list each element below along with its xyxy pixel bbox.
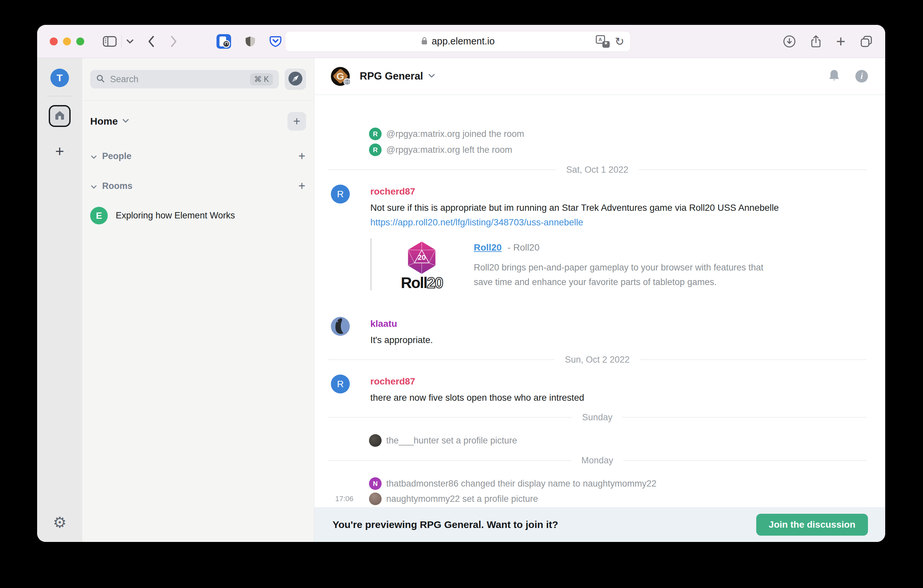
sender-avatar[interactable] [331, 317, 350, 336]
password-manager-extension-icon[interactable] [217, 34, 231, 49]
sender-name[interactable]: rocherd87 [370, 184, 885, 199]
shield-extension-icon[interactable] [245, 36, 256, 48]
address-bar[interactable]: app.element.io A* ↻ [286, 31, 630, 51]
room-list-sidebar: ⌘ K Home + People [82, 58, 314, 542]
back-button[interactable] [148, 36, 155, 47]
downloads-icon[interactable] [783, 35, 796, 48]
tab-overview-icon[interactable] [860, 35, 873, 48]
home-space-button[interactable] [49, 105, 71, 127]
member-avatar[interactable] [369, 493, 382, 505]
search-icon [96, 74, 105, 84]
event-text: @rpgya:matrix.org joined the room [386, 129, 524, 139]
room-list-item[interactable]: E Exploring how Element Works [82, 207, 314, 224]
event-text: @rpgya:matrix.org left the room [386, 145, 512, 155]
space-panel: T + ⚙ [37, 58, 82, 542]
section-rooms[interactable]: Rooms + [82, 179, 314, 193]
translate-icon[interactable]: A* [596, 35, 610, 48]
room-header-avatar[interactable]: G [331, 67, 350, 86]
date-separator: Sat, Oct 1 2022 [328, 162, 867, 177]
room-title[interactable]: RPG General [360, 70, 423, 82]
date-separator: Monday [328, 453, 867, 468]
member-avatar[interactable]: R [369, 143, 382, 156]
sidebar-menu-chevron-icon[interactable] [126, 39, 134, 44]
message-body: there are now five slots open those who … [370, 391, 780, 405]
sender-avatar[interactable]: R [331, 185, 350, 204]
message: klaatu It's appropriate. [314, 316, 885, 347]
message: R rocherd87 Not sure if this is appropri… [314, 184, 885, 230]
date-separator: Sun, Oct 2 2022 [328, 352, 867, 367]
settings-gear-icon[interactable]: ⚙ [53, 515, 66, 530]
share-icon[interactable] [810, 35, 821, 48]
minimize-window-button[interactable] [63, 38, 71, 45]
sidebar-divider [82, 100, 314, 101]
add-room-button[interactable]: + [298, 179, 305, 193]
message: R rocherd87 there are now five slots ope… [314, 374, 885, 405]
event-timestamp: 17:06 [314, 494, 353, 503]
close-window-button[interactable] [50, 38, 57, 45]
chevron-down-icon [91, 151, 97, 161]
create-space-button[interactable]: + [55, 142, 64, 160]
forward-button[interactable] [170, 36, 177, 47]
space-name-label[interactable]: Home [90, 116, 118, 127]
new-tab-icon[interactable]: + [836, 33, 846, 49]
sidebar-toggle-icon[interactable] [103, 36, 117, 47]
address-text: app.element.io [432, 36, 494, 47]
user-avatar[interactable]: T [50, 69, 69, 87]
section-people-label: People [102, 151, 131, 161]
section-rooms-label: Rooms [102, 181, 133, 191]
browser-toolbar: app.element.io A* ↻ + [37, 25, 885, 58]
sender-name[interactable]: klaatu [370, 316, 885, 332]
member-event: the___hunter set a profile picture [314, 433, 885, 448]
chevron-down-icon[interactable] [429, 73, 435, 79]
member-event: R @rpgya:matrix.org joined the room [314, 126, 885, 141]
member-event: 17:06 naughtymommy22 set a profile pictu… [314, 491, 885, 506]
member-event: N thatbadmonster86 changed their display… [314, 476, 885, 491]
globe-badge-icon [343, 78, 351, 87]
reload-icon[interactable]: ↻ [615, 36, 625, 47]
explore-rooms-button[interactable] [285, 69, 306, 90]
date-separator: Sunday [328, 410, 867, 425]
traffic-lights [50, 38, 84, 45]
message-body: Not sure if this is appropriate but im r… [370, 200, 780, 230]
member-avatar[interactable]: R [369, 128, 382, 140]
message-link[interactable]: https://app.roll20.net/lfg/listing/34870… [370, 217, 583, 227]
search-input[interactable] [109, 74, 245, 85]
room-name: Exploring how Element Works [116, 210, 235, 221]
section-people[interactable]: People + [82, 149, 314, 163]
join-discussion-button[interactable]: Join the discussion [756, 514, 868, 535]
event-text: naughtymommy22 set a profile picture [386, 494, 538, 504]
chat-panel: G RPG General i R [314, 58, 885, 542]
preview-prompt-text: You're previewing RPG General. Want to j… [333, 519, 558, 531]
zoom-window-button[interactable] [76, 38, 84, 45]
home-icon [54, 110, 65, 122]
preview-title-link[interactable]: Roll20 [474, 242, 502, 253]
add-people-button[interactable]: + [298, 149, 305, 163]
room-info-icon[interactable]: i [856, 70, 868, 82]
event-text: thatbadmonster86 changed their display n… [386, 479, 657, 489]
chevron-shield-extension-icon[interactable] [269, 36, 281, 48]
chevron-down-icon [91, 181, 97, 191]
svg-text:20: 20 [418, 253, 426, 261]
sender-name[interactable]: rocherd87 [370, 374, 885, 389]
add-button[interactable]: + [287, 112, 306, 131]
sender-avatar[interactable]: R [331, 374, 350, 393]
message-body: It's appropriate. [370, 333, 780, 347]
chevron-down-icon[interactable] [122, 118, 129, 124]
message-timeline[interactable]: R @rpgya:matrix.org joined the room R @r… [314, 95, 885, 507]
browser-window: app.element.io A* ↻ + T [37, 25, 885, 542]
member-avatar[interactable] [369, 434, 382, 447]
notifications-bell-icon[interactable] [828, 69, 841, 84]
compass-icon [288, 71, 303, 87]
event-text: the___hunter set a profile picture [386, 435, 517, 446]
member-event: R @rpgya:matrix.org left the room [314, 142, 885, 158]
room-preview-bar: You're previewing RPG General. Want to j… [314, 507, 885, 542]
search-shortcut-badge: ⌘ K [250, 73, 273, 85]
url-preview-card: 20 Roll20 Roll20 - Roll20 Roll20 brings … [370, 238, 885, 290]
member-avatar[interactable]: N [369, 477, 382, 490]
preview-title-suffix: - Roll20 [507, 242, 539, 253]
lock-icon [421, 36, 428, 46]
rail-divider [47, 96, 72, 97]
search-input-container[interactable]: ⌘ K [90, 70, 279, 89]
room-header: G RPG General i [314, 58, 885, 95]
preview-description: Roll20 brings pen-and-paper gameplay to … [474, 260, 780, 289]
